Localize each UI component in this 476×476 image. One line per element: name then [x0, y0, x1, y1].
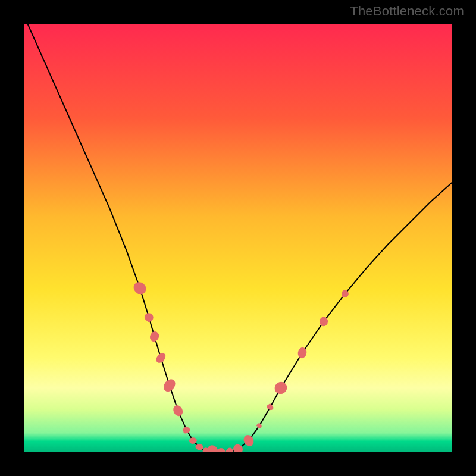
watermark-text: TheBottleneck.com [350, 4, 464, 19]
svg-point-36 [322, 322, 327, 325]
svg-point-12 [183, 430, 187, 434]
bottleneck-chart [24, 24, 452, 452]
svg-point-9 [167, 380, 173, 385]
svg-point-34 [301, 353, 305, 357]
plot-area [24, 24, 452, 452]
svg-point-7 [161, 358, 164, 362]
svg-point-15 [196, 445, 199, 449]
svg-point-30 [268, 403, 271, 407]
svg-point-3 [147, 317, 151, 322]
svg-point-26 [245, 436, 249, 440]
svg-point-5 [155, 333, 159, 337]
svg-point-28 [256, 424, 259, 427]
svg-point-32 [280, 388, 284, 393]
chart-background [24, 24, 452, 452]
svg-point-38 [342, 294, 346, 298]
chart-frame: TheBottleneck.com [0, 0, 476, 476]
svg-point-1 [136, 288, 140, 294]
